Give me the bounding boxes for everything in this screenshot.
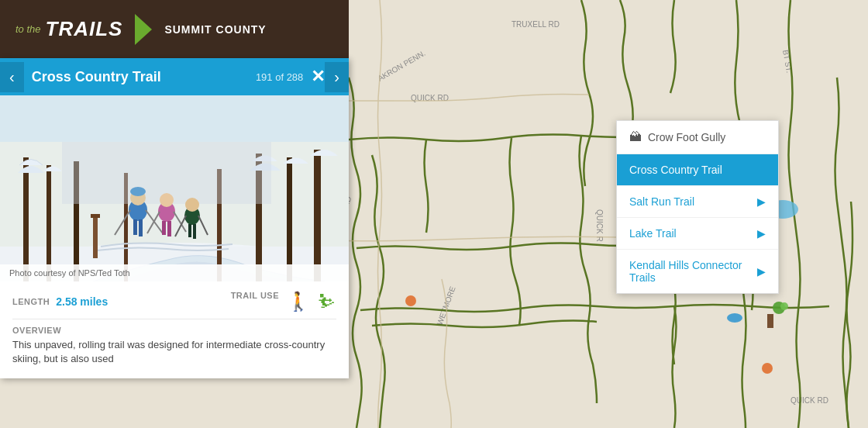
overview-label: OVERVIEW — [12, 326, 336, 335]
dropdown-item-lake-trail[interactable]: Lake Trail ▶ — [617, 218, 778, 250]
trails-text: TRAILS — [46, 17, 123, 41]
close-card-button[interactable]: ✕ — [311, 67, 325, 87]
to-the-text: to the — [16, 23, 41, 35]
svg-point-37 — [160, 193, 174, 207]
svg-rect-39 — [167, 221, 171, 236]
svg-point-13 — [780, 302, 788, 310]
svg-rect-25 — [314, 150, 321, 281]
svg-rect-14 — [767, 314, 773, 328]
chevron-right-icon: ▶ — [757, 227, 766, 240]
summit-county-text: SUMMIT COUNTY — [164, 23, 266, 36]
card-count: 191 of 288 — [256, 71, 303, 83]
marker-icon: 🏔 — [629, 130, 642, 144]
prev-trail-button[interactable]: ‹ — [0, 62, 24, 92]
svg-rect-20 — [23, 157, 29, 281]
dropdown-item-cross-country-trail[interactable]: Cross Country Trail — [617, 154, 778, 186]
card-title: Cross Country Trail — [24, 69, 256, 85]
skier-icon: ⛷ — [318, 291, 336, 312]
svg-rect-45 — [193, 224, 196, 239]
dropdown-item-label: Cross Country Trail — [629, 164, 766, 176]
length-row: LENGTH 2.58 miles TRAIL USE 🚶 ⛷ — [12, 291, 336, 312]
dropdown-item-salt-run-trail[interactable]: Salt Run Trail ▶ — [617, 186, 778, 218]
trail-dropdown-menu: 🏔 Crow Foot Gully Cross Country Trail Sa… — [616, 120, 779, 294]
logo: to the TRAILS SUMMIT COUNTY — [16, 14, 267, 45]
svg-rect-44 — [188, 224, 191, 237]
dropdown-item-label: Lake Trail — [629, 227, 757, 240]
svg-text:QUICK RD: QUICK RD — [790, 396, 828, 405]
chevron-right-icon: ▶ — [757, 265, 766, 278]
trail-image: Photo courtesy of NPS/Ted Toth — [0, 95, 349, 281]
dropdown-item-label: Salt Run Trail — [629, 195, 757, 208]
svg-point-11 — [762, 363, 773, 374]
length-label: LENGTH — [12, 297, 50, 306]
svg-point-10 — [405, 295, 416, 306]
svg-rect-38 — [162, 221, 166, 235]
overview-row: OVERVIEW This unpaved, rolling trail was… — [12, 319, 336, 366]
card-details: LENGTH 2.58 miles TRAIL USE 🚶 ⛷ OVERVIEW… — [0, 281, 349, 378]
dropdown-item-label: Crow Foot Gully — [648, 131, 766, 143]
dropdown-item-crow-foot-gully[interactable]: 🏔 Crow Foot Gully — [617, 121, 778, 154]
dropdown-item-label: Kendall Hills Connector Trails — [629, 259, 757, 284]
overview-text: This unpaved, rolling trail was designed… — [12, 338, 336, 366]
svg-point-35 — [130, 187, 146, 196]
svg-point-15 — [727, 313, 742, 323]
svg-rect-48 — [93, 216, 98, 258]
dropdown-item-kendall-hills[interactable]: Kendall Hills Connector Trails ▶ — [617, 250, 778, 293]
svg-point-43 — [185, 198, 199, 212]
svg-rect-49 — [91, 214, 100, 218]
hiker-icon: 🚶 — [287, 291, 310, 312]
chevron-right-icon: ▶ — [757, 195, 766, 208]
svg-text:TRUXELL RD: TRUXELL RD — [512, 20, 560, 29]
svg-rect-31 — [133, 219, 137, 235]
arrow-icon — [135, 14, 152, 45]
header-bar: to the TRAILS SUMMIT COUNTY — [0, 0, 349, 58]
length-value: 2.58 miles — [56, 295, 108, 308]
svg-rect-32 — [139, 219, 143, 236]
photo-caption: Photo courtesy of NPS/Ted Toth — [0, 264, 349, 281]
trail-use-label: TRAIL USE — [231, 291, 279, 312]
next-trail-button[interactable]: › — [325, 62, 349, 92]
card-header: ‹ Cross Country Trail 191 of 288 ✕ › — [0, 58, 349, 95]
trail-card: ‹ Cross Country Trail 191 of 288 ✕ › — [0, 58, 349, 378]
svg-rect-24 — [287, 157, 292, 281]
trail-use-section: TRAIL USE 🚶 ⛷ — [231, 291, 336, 312]
